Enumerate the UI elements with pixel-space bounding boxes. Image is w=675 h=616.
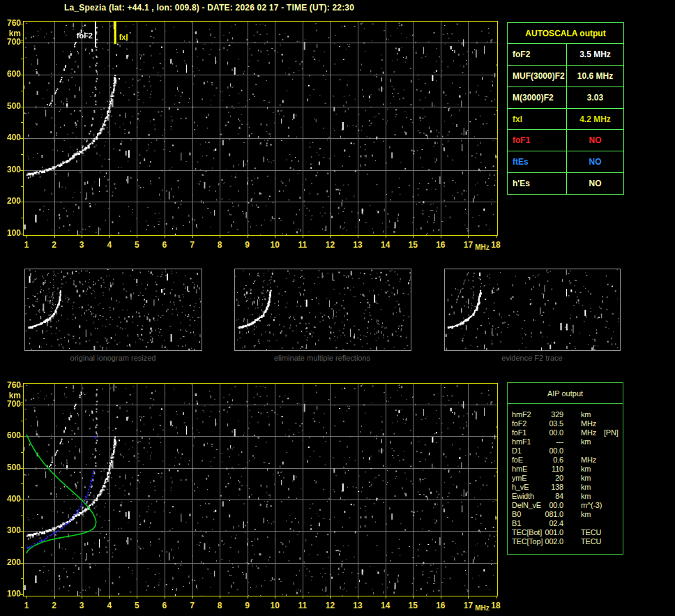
autoscala-row-label: fxI	[508, 109, 567, 130]
caption-original-ionogram: original ionogram resized	[36, 354, 190, 362]
x-tick-label: 3	[74, 240, 89, 250]
aip-row-value: 002.0	[527, 537, 563, 546]
aip-row-hmf1: hmF1---km	[508, 437, 623, 446]
x-axis-tick	[413, 236, 414, 238]
x-tick-label: 12	[322, 240, 338, 250]
aip-row-b1: B102.4	[508, 519, 623, 528]
x-axis-tick	[137, 236, 137, 238]
x-axis-tick	[358, 236, 358, 238]
aip-row-label: foF1	[512, 428, 526, 437]
x-axis-tick	[109, 596, 110, 599]
aip-row-value: 138	[527, 483, 563, 491]
y-axis-minor-tick	[21, 91, 23, 91]
x-tick-label: 1	[19, 240, 34, 250]
x-tick-label: 11	[295, 601, 310, 610]
y-axis-tick	[20, 107, 23, 107]
x-axis-tick	[165, 236, 165, 238]
autoscala-table-header: AUTOSCALA output	[508, 23, 623, 44]
y-axis-tick	[20, 499, 23, 500]
autoscala-row-label: foF1	[508, 130, 567, 151]
autoscala-window: { "title": "La_Spezia (lat: +44.1 , lon:…	[0, 0, 675, 616]
y-axis-minor-tick	[21, 452, 23, 453]
y-axis-tick	[20, 468, 23, 469]
autoscala-row-label: h'Es	[508, 173, 567, 194]
y-tick-label: 760	[0, 380, 21, 390]
x-axis-unit-label: MHz	[475, 243, 490, 251]
aip-row-value: ---	[527, 437, 563, 446]
aip-row-unit: km	[581, 474, 591, 482]
autoscala-row-label: ftEs	[508, 151, 567, 172]
autoscala-row-value: NO	[567, 151, 623, 172]
y-tick-label: 760	[0, 18, 21, 28]
y-axis-tick	[20, 170, 23, 171]
autoscala-row-label: M(3000)F2	[508, 87, 567, 108]
x-tick-label: 4	[102, 601, 117, 610]
aip-row-value: 00.0	[527, 428, 563, 437]
x-axis-tick	[441, 596, 441, 599]
y-axis-tick	[20, 202, 23, 202]
x-axis-tick	[192, 596, 193, 599]
y-axis-tick	[20, 24, 23, 24]
x-axis-tick	[275, 596, 275, 599]
x-axis-tick	[303, 596, 303, 599]
autoscala-row-value: NO	[567, 130, 623, 151]
x-tick-label: 13	[350, 601, 365, 610]
y-axis-minor-tick	[21, 218, 23, 218]
y-axis-tick	[20, 75, 23, 75]
caption-eliminate-reflections: eliminate multiple reflections	[245, 354, 399, 362]
autoscala-row-ftes: ftEsNO	[508, 151, 623, 173]
aip-row-unit: MHz	[581, 419, 596, 428]
aip-row-value: 00.0	[527, 501, 563, 509]
aip-row-ewidth: Ewidth84km	[508, 492, 623, 501]
y-axis-minor-tick	[21, 186, 23, 187]
x-tick-label: 16	[433, 601, 448, 610]
x-axis-tick	[192, 236, 193, 238]
y-tick-label: 500	[0, 101, 21, 111]
aip-row-unit: km	[581, 483, 591, 491]
aip-row-hme: hmE110km	[508, 465, 623, 474]
x-tick-label: 12	[322, 601, 338, 610]
autoscala-row-value: 3.03	[567, 87, 623, 108]
x-tick-label: 3	[74, 601, 89, 610]
aip-row-foe: foE0.6MHz	[508, 456, 623, 465]
aip-row-unit: km	[581, 510, 591, 518]
y-axis-minor-tick	[21, 402, 23, 403]
y-axis-tick	[20, 436, 23, 437]
aip-row-unit: m^(-3)	[581, 501, 602, 509]
x-tick-label: 9	[240, 240, 255, 250]
aip-row-fof1: foF100.0MHz[PN]	[508, 428, 623, 437]
y-axis-tick	[20, 386, 23, 386]
x-tick-label: 18	[488, 240, 503, 250]
y-axis-minor-tick	[21, 40, 23, 40]
y-axis-unit-label: km	[0, 391, 21, 400]
aip-row-fof2: foF203.5MHz	[508, 419, 623, 428]
y-tick-label: 600	[0, 69, 21, 79]
y-tick-label: 300	[0, 165, 21, 174]
aip-row-value: 110	[527, 465, 563, 473]
mini-canvas-eliminate	[235, 269, 411, 350]
aip-row-h-ve: h_vE138km	[508, 483, 623, 492]
x-axis-tick	[496, 236, 496, 238]
x-tick-label: 8	[212, 240, 227, 250]
panel-evidence-f2	[444, 269, 621, 351]
y-tick-label: 400	[0, 494, 21, 504]
x-tick-label: 16	[433, 240, 448, 250]
aip-row-unit: km	[581, 465, 591, 473]
y-tick-label: 500	[0, 463, 21, 472]
aip-row-value: 0.6	[527, 456, 563, 464]
aip-row-value: 081.0	[527, 510, 563, 518]
aip-row-tec-top-: TEC[Top]002.0TECU	[508, 537, 623, 546]
x-axis-tick	[468, 596, 469, 599]
x-tick-label: 4	[102, 240, 117, 250]
aip-row-label: foF2	[512, 419, 526, 428]
aip-row-unit: TECU	[581, 528, 601, 536]
aip-row-extra: [PN]	[604, 428, 619, 437]
station-title: La_Spezia (lat: +44.1 , lon: 009.8) - DA…	[0, 3, 418, 13]
x-axis-unit-label: MHz	[475, 604, 490, 612]
autoscala-row-label: MUF(3000)F2	[508, 66, 567, 87]
x-axis-tick	[26, 236, 27, 238]
x-axis-tick	[54, 596, 55, 599]
aip-row-value: 02.4	[527, 519, 563, 527]
aip-row-unit: MHz	[581, 456, 596, 464]
aip-row-value: 20	[527, 474, 563, 482]
